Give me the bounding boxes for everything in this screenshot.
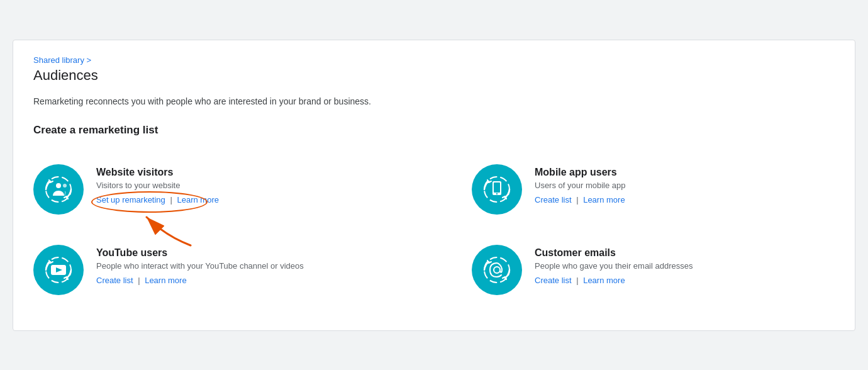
mobile-app-users-desc: Users of your mobile app bbox=[535, 181, 626, 190]
email-icon bbox=[483, 256, 511, 284]
mobile-app-users-icon bbox=[472, 164, 522, 215]
mobile-icon bbox=[483, 176, 511, 203]
page-container: Shared library > Audiences Remarketing r… bbox=[13, 40, 855, 331]
mobile-learn-more-link[interactable]: Learn more bbox=[583, 195, 625, 205]
mobile-app-users-content: Mobile app users Users of your mobile ap… bbox=[535, 164, 626, 205]
card-customer-emails: Customer emails People who gave you thei… bbox=[434, 230, 835, 310]
website-visitors-learn-more-link[interactable]: Learn more bbox=[177, 195, 218, 205]
link-separator: | bbox=[170, 195, 172, 205]
customer-emails-icon bbox=[472, 245, 522, 295]
svg-rect-6 bbox=[494, 182, 500, 193]
breadcrumb: Shared library > bbox=[33, 55, 835, 65]
youtube-users-title: YouTube users bbox=[96, 247, 304, 259]
youtube-users-links: Create list | Learn more bbox=[96, 276, 304, 285]
cards-grid: Website visitors Visitors to your websit… bbox=[33, 154, 835, 310]
customer-emails-links: Create list | Learn more bbox=[535, 276, 693, 285]
mobile-create-list-link[interactable]: Create list bbox=[535, 195, 572, 205]
mobile-app-users-title: Mobile app users bbox=[535, 167, 626, 178]
customer-emails-icon-wrapper bbox=[472, 245, 522, 295]
people-icon bbox=[45, 176, 72, 203]
card-mobile-app-users: Mobile app users Users of your mobile ap… bbox=[434, 154, 835, 230]
breadcrumb-separator: > bbox=[87, 55, 92, 65]
page-description: Remarketing reconnects you with people w… bbox=[33, 96, 835, 106]
customer-emails-title: Customer emails bbox=[535, 247, 693, 259]
setup-remarketing-link[interactable]: Set up remarketing bbox=[96, 195, 165, 205]
youtube-create-list-link[interactable]: Create list bbox=[96, 276, 133, 285]
youtube-learn-more-link[interactable]: Learn more bbox=[145, 276, 186, 285]
mobile-app-users-icon-wrapper bbox=[472, 164, 522, 215]
customer-emails-desc: People who gave you their email addresse… bbox=[535, 261, 693, 271]
svg-point-2 bbox=[63, 184, 67, 188]
website-visitors-content: Website visitors Visitors to your websit… bbox=[96, 164, 219, 205]
svg-point-1 bbox=[56, 183, 61, 188]
youtube-users-content: YouTube users People who interact with y… bbox=[96, 245, 304, 285]
page-title: Audiences bbox=[33, 67, 835, 84]
card-website-visitors: Website visitors Visitors to your websit… bbox=[33, 154, 434, 230]
link-separator-3: | bbox=[138, 276, 142, 285]
svg-point-7 bbox=[496, 193, 498, 194]
link-separator-2: | bbox=[576, 195, 581, 205]
website-visitors-title: Website visitors bbox=[96, 167, 219, 178]
breadcrumb-link[interactable]: Shared library bbox=[33, 55, 84, 65]
youtube-users-desc: People who interact with your YouTube ch… bbox=[96, 261, 304, 271]
website-visitors-icon bbox=[33, 164, 84, 215]
card-youtube-users: YouTube users People who interact with y… bbox=[33, 230, 434, 310]
svg-point-12 bbox=[494, 267, 500, 273]
website-visitors-links: Set up remarketing | Learn more bbox=[96, 195, 219, 205]
youtube-icon bbox=[45, 256, 72, 284]
website-visitors-icon-wrapper bbox=[33, 164, 84, 215]
email-learn-more-link[interactable]: Learn more bbox=[583, 276, 625, 285]
link-separator-4: | bbox=[576, 276, 581, 285]
youtube-users-icon-wrapper bbox=[33, 245, 84, 295]
annotation-area: Set up remarketing | Learn more bbox=[96, 195, 219, 205]
email-create-list-link[interactable]: Create list bbox=[535, 276, 572, 285]
section-title: Create a remarketing list bbox=[33, 124, 835, 137]
youtube-users-icon bbox=[33, 245, 84, 295]
mobile-app-users-links: Create list | Learn more bbox=[535, 195, 626, 205]
website-visitors-desc: Visitors to your website bbox=[96, 181, 219, 190]
customer-emails-content: Customer emails People who gave you thei… bbox=[535, 245, 693, 285]
